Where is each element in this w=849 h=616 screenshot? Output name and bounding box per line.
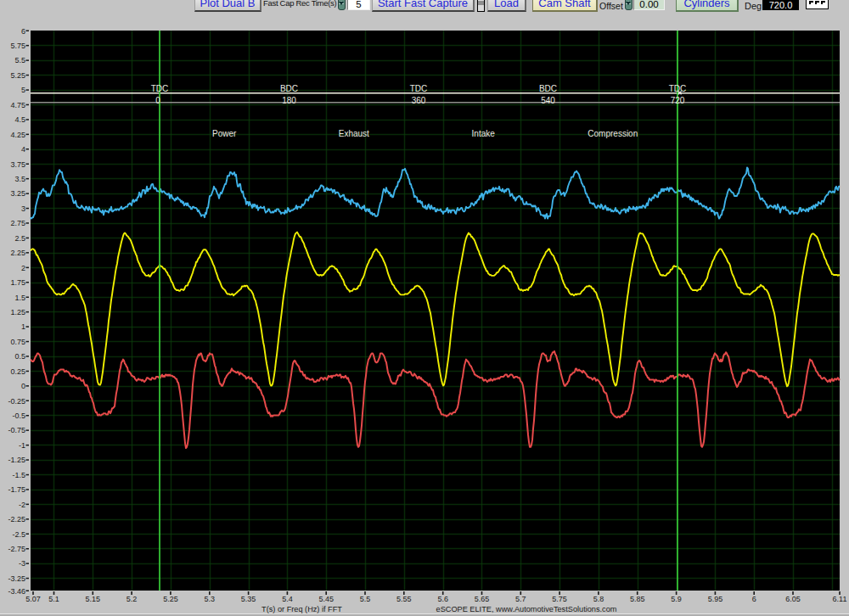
- svg-text:5.3: 5.3: [205, 595, 216, 603]
- svg-text:5.45: 5.45: [318, 595, 334, 603]
- svg-text:-1.75: -1.75: [8, 485, 25, 494]
- svg-text:5.85: 5.85: [630, 595, 645, 603]
- svg-text:-2: -2: [19, 501, 25, 509]
- svg-text:Exhaust: Exhaust: [339, 129, 369, 138]
- svg-text:360: 360: [412, 96, 426, 105]
- svg-text:eSCOPE ELITE, www.AutomotiveTe: eSCOPE ELITE, www.AutomotiveTestSolution…: [436, 605, 617, 613]
- svg-text:1.75: 1.75: [10, 278, 25, 287]
- svg-text:5.5: 5.5: [14, 56, 25, 64]
- svg-text:-1.25: -1.25: [8, 456, 25, 464]
- svg-text:5.25: 5.25: [10, 71, 25, 80]
- svg-text:TDC: TDC: [151, 84, 169, 93]
- svg-text:540: 540: [541, 96, 555, 105]
- svg-text:-3.25: -3.25: [8, 574, 25, 583]
- svg-text:5.95: 5.95: [708, 595, 723, 603]
- svg-text:5.25: 5.25: [163, 595, 178, 603]
- svg-text:-0.5: -0.5: [12, 412, 25, 420]
- svg-text:4.75: 4.75: [10, 101, 25, 109]
- svg-text:5.6: 5.6: [437, 595, 448, 603]
- svg-text:2.75: 2.75: [10, 219, 25, 227]
- svg-text:3.25: 3.25: [10, 189, 25, 198]
- svg-text:-3.46: -3.46: [8, 587, 25, 596]
- svg-text:4.5: 4.5: [14, 115, 25, 124]
- svg-text:2.5: 2.5: [14, 234, 25, 243]
- svg-text:4: 4: [21, 145, 25, 154]
- svg-text:5.75: 5.75: [552, 595, 567, 603]
- svg-text:0: 0: [21, 382, 25, 390]
- svg-text:720: 720: [671, 96, 685, 105]
- svg-text:TDC: TDC: [410, 84, 428, 93]
- svg-text:6.05: 6.05: [785, 595, 801, 603]
- svg-text:3: 3: [21, 204, 25, 213]
- svg-text:3.5: 3.5: [14, 175, 25, 183]
- svg-text:T(s) or Freq (Hz) if FFT: T(s) or Freq (Hz) if FFT: [261, 605, 342, 613]
- svg-text:BDC: BDC: [280, 84, 298, 93]
- svg-text:5.9: 5.9: [671, 595, 682, 603]
- svg-text:1: 1: [21, 322, 25, 331]
- svg-text:6: 6: [752, 595, 756, 603]
- svg-text:-2.75: -2.75: [8, 545, 25, 553]
- svg-text:5.5: 5.5: [360, 595, 371, 603]
- svg-text:0: 0: [155, 96, 160, 105]
- svg-text:6: 6: [21, 27, 25, 36]
- svg-text:180: 180: [282, 96, 296, 105]
- svg-text:0.75: 0.75: [10, 338, 25, 346]
- svg-text:1.25: 1.25: [10, 308, 25, 316]
- svg-text:Compression: Compression: [588, 129, 638, 138]
- svg-text:5.7: 5.7: [515, 595, 526, 603]
- svg-text:-1: -1: [19, 441, 25, 450]
- svg-text:6.11: 6.11: [833, 595, 847, 603]
- svg-text:5.35: 5.35: [241, 595, 256, 603]
- svg-text:-0.25: -0.25: [8, 397, 25, 406]
- svg-text:5.1: 5.1: [48, 595, 59, 603]
- svg-text:0.5: 0.5: [14, 352, 25, 361]
- svg-text:BDC: BDC: [539, 84, 557, 93]
- svg-text:5.4: 5.4: [282, 595, 293, 603]
- svg-text:5.07: 5.07: [25, 595, 41, 603]
- svg-text:1.5: 1.5: [14, 294, 25, 302]
- svg-text:-0.75: -0.75: [8, 426, 25, 434]
- svg-text:2: 2: [21, 264, 25, 272]
- svg-text:5.8: 5.8: [593, 595, 604, 603]
- svg-text:Power: Power: [212, 129, 237, 138]
- svg-text:5.2: 5.2: [127, 595, 138, 603]
- svg-text:-3: -3: [19, 559, 25, 568]
- svg-text:-2.25: -2.25: [8, 515, 25, 524]
- svg-text:5: 5: [21, 86, 25, 94]
- svg-text:5.55: 5.55: [396, 595, 412, 603]
- svg-text:5.75: 5.75: [10, 42, 25, 50]
- svg-text:TDC: TDC: [669, 84, 687, 93]
- svg-text:Intake: Intake: [472, 129, 496, 138]
- svg-text:2.25: 2.25: [10, 249, 25, 257]
- svg-text:4.25: 4.25: [10, 131, 25, 139]
- svg-text:0.25: 0.25: [10, 367, 25, 376]
- svg-text:-1.5: -1.5: [12, 471, 25, 479]
- svg-text:-2.5: -2.5: [12, 530, 25, 539]
- svg-text:5.65: 5.65: [475, 595, 490, 603]
- svg-text:3.75: 3.75: [10, 160, 25, 169]
- svg-text:5.15: 5.15: [86, 595, 101, 603]
